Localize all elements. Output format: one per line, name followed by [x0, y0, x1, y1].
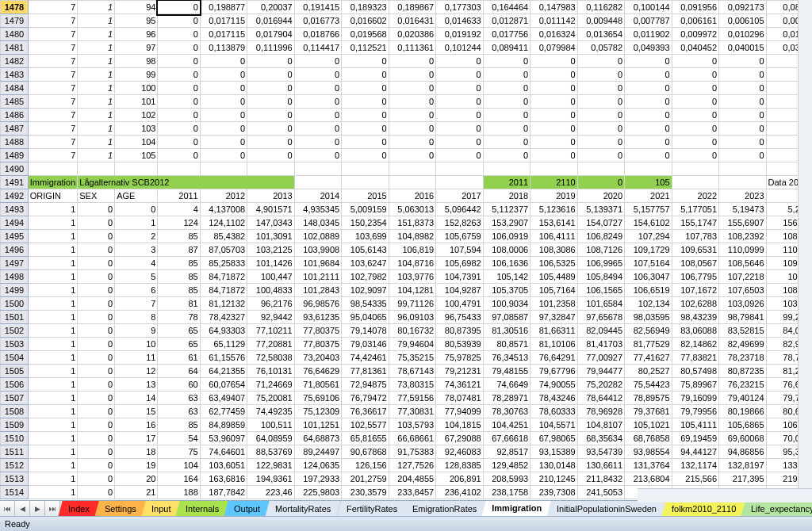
- cell[interactable]: 102: [115, 109, 158, 122]
- cell[interactable]: 62,77459: [200, 405, 247, 418]
- cell[interactable]: 0: [577, 109, 624, 122]
- cell[interactable]: 0,017756: [483, 28, 530, 41]
- cell[interactable]: 132,1174: [672, 459, 718, 472]
- cell[interactable]: 104,5571: [530, 418, 577, 432]
- row-header[interactable]: 1489: [1, 149, 29, 162]
- cell[interactable]: 0: [78, 472, 115, 486]
- cell[interactable]: 107,594: [436, 243, 483, 257]
- cell[interactable]: 0: [200, 109, 247, 122]
- cell[interactable]: 105,1021: [625, 418, 672, 432]
- cell[interactable]: 80,8571: [483, 338, 530, 351]
- row-header[interactable]: 1512: [1, 459, 29, 472]
- cell[interactable]: 101,9684: [294, 257, 341, 270]
- row-header[interactable]: 1488: [1, 136, 29, 149]
- cell[interactable]: [247, 162, 294, 176]
- cell[interactable]: 0: [200, 122, 247, 136]
- cell[interactable]: 0,009448: [577, 14, 624, 28]
- cell[interactable]: 101,1251: [294, 418, 341, 432]
- cell[interactable]: 1: [28, 378, 77, 392]
- cell[interactable]: 1: [115, 216, 158, 230]
- cell[interactable]: 0: [158, 122, 200, 136]
- section-title[interactable]: Immigration: [28, 176, 77, 189]
- cell[interactable]: 81,66311: [530, 324, 577, 338]
- cell[interactable]: 0: [483, 136, 530, 149]
- tab-internals[interactable]: Internals: [175, 501, 230, 517]
- cell[interactable]: 61,15576: [200, 351, 247, 365]
- row-header[interactable]: 1505: [1, 365, 29, 378]
- cell[interactable]: 0: [389, 82, 435, 95]
- cell[interactable]: 61: [158, 351, 200, 365]
- cell[interactable]: 0,112521: [342, 41, 389, 55]
- cell[interactable]: 5,123616: [530, 203, 577, 216]
- cell[interactable]: 97,65678: [577, 311, 624, 324]
- vertical-scrollbar[interactable]: [798, 0, 812, 501]
- cell[interactable]: 0: [158, 149, 200, 162]
- cell[interactable]: 0: [78, 324, 115, 338]
- cell[interactable]: 72,58038: [247, 351, 294, 365]
- cell[interactable]: 0: [436, 68, 483, 82]
- cell[interactable]: 106,7795: [672, 270, 718, 284]
- cell[interactable]: 5,096442: [436, 203, 483, 216]
- cell[interactable]: 101,2111: [294, 270, 341, 284]
- cell[interactable]: 85: [158, 270, 200, 284]
- cell[interactable]: 101,1426: [247, 257, 294, 270]
- row-header[interactable]: 1494: [1, 216, 29, 230]
- cell[interactable]: 5,063013: [389, 203, 435, 216]
- cell[interactable]: 81,41703: [577, 338, 624, 351]
- cell[interactable]: 0: [294, 122, 341, 136]
- sheet-nav-button-2[interactable]: ▶: [30, 501, 45, 517]
- cell[interactable]: 0: [294, 82, 341, 95]
- cell[interactable]: [719, 176, 766, 189]
- cell[interactable]: 104,8716: [389, 257, 435, 270]
- cell[interactable]: 20: [115, 472, 158, 486]
- cell[interactable]: 103,6051: [200, 459, 247, 472]
- column-header[interactable]: 2021: [625, 189, 672, 203]
- cell[interactable]: 75,20081: [247, 392, 294, 405]
- cell[interactable]: 0,011142: [530, 14, 577, 28]
- cell[interactable]: 75,12309: [294, 405, 341, 418]
- column-header[interactable]: 2017: [436, 189, 483, 203]
- column-header[interactable]: 2022: [672, 189, 718, 203]
- cell[interactable]: 106,6519: [625, 284, 672, 297]
- cell[interactable]: 0: [342, 136, 389, 149]
- cell[interactable]: 0: [672, 55, 718, 68]
- cell[interactable]: 0: [577, 136, 624, 149]
- cell[interactable]: 0: [530, 136, 577, 149]
- cell[interactable]: 163,6816: [200, 472, 247, 486]
- cell[interactable]: 0: [342, 149, 389, 162]
- cell[interactable]: 211,8432: [577, 472, 624, 486]
- row-header[interactable]: 1509: [1, 418, 29, 432]
- cell[interactable]: 0,010296: [719, 28, 766, 41]
- cell[interactable]: 83,52815: [719, 324, 766, 338]
- cell[interactable]: 0: [78, 257, 115, 270]
- cell[interactable]: 0,198877: [200, 1, 247, 14]
- section-param[interactable]: 105: [625, 176, 672, 189]
- cell[interactable]: 0,019568: [342, 28, 389, 41]
- cell[interactable]: 76,64629: [294, 365, 341, 378]
- column-header[interactable]: 2012: [200, 189, 247, 203]
- cell[interactable]: 0,020386: [389, 28, 435, 41]
- cell[interactable]: 85,25833: [200, 257, 247, 270]
- cell[interactable]: 150,2354: [342, 216, 389, 230]
- cell[interactable]: 0: [530, 122, 577, 136]
- row-header[interactable]: 1502: [1, 324, 29, 338]
- cell[interactable]: 64,68873: [294, 432, 341, 445]
- cell[interactable]: 127,7526: [389, 459, 435, 472]
- cell[interactable]: 87: [158, 243, 200, 257]
- cell[interactable]: 78,67143: [389, 365, 435, 378]
- cell[interactable]: 0,017904: [247, 28, 294, 41]
- cell[interactable]: 0: [672, 82, 718, 95]
- cell[interactable]: 217,395: [719, 472, 766, 486]
- cell[interactable]: 0: [436, 136, 483, 149]
- cell[interactable]: 0: [158, 82, 200, 95]
- cell[interactable]: 1: [78, 14, 115, 28]
- cell[interactable]: 92,9442: [247, 311, 294, 324]
- cell[interactable]: 0,016602: [342, 14, 389, 28]
- cell[interactable]: 1: [28, 203, 77, 216]
- cell[interactable]: [294, 162, 341, 176]
- cell[interactable]: 153,6141: [530, 216, 577, 230]
- cell[interactable]: 108,7126: [577, 243, 624, 257]
- cell[interactable]: 106,1636: [483, 257, 530, 270]
- cell[interactable]: 0: [672, 95, 718, 109]
- cell[interactable]: 82,09445: [577, 324, 624, 338]
